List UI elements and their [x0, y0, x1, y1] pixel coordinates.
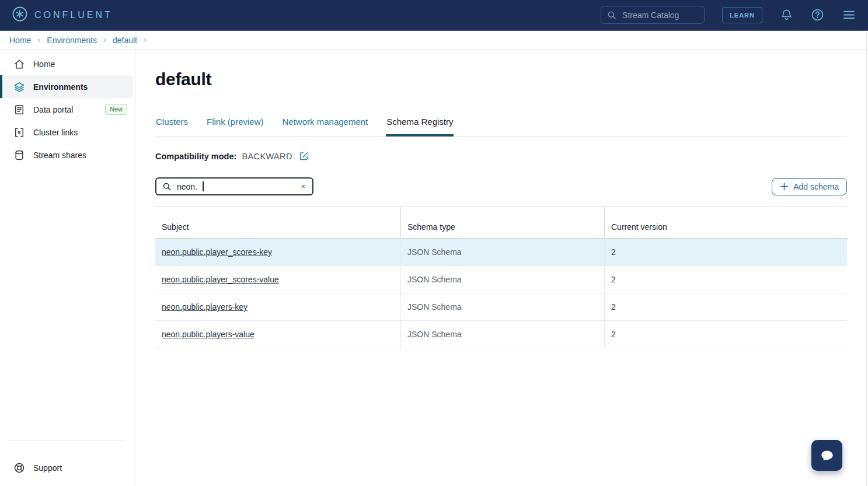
breadcrumb-home[interactable]: Home	[9, 36, 31, 45]
chevron-right-icon: ›	[37, 34, 40, 44]
breadcrumb: Home › Environments › default ›	[0, 31, 868, 50]
sidebar: Home Environments Data portal New	[0, 50, 135, 485]
sidebar-item-environments[interactable]: Environments	[0, 75, 133, 98]
cylinder-icon	[13, 149, 25, 161]
sidebar-item-cluster-links[interactable]: Cluster links	[0, 121, 133, 144]
brand-wordmark: CONFLUENT	[34, 10, 113, 20]
confluent-spark-icon	[12, 6, 28, 25]
chat-bubble-icon	[818, 447, 836, 464]
subject-link[interactable]: neon.public.players-value	[162, 330, 255, 339]
breadcrumb-default[interactable]: default	[113, 36, 137, 45]
compatibility-mode-value: BACKWARD	[242, 152, 292, 161]
help-icon[interactable]	[811, 8, 824, 22]
current-version-cell: 2	[611, 330, 616, 339]
schema-type-cell: JSON Schema	[407, 330, 462, 339]
schemas-table: Subject Schema type Current version neon…	[155, 207, 847, 348]
sidebar-item-label: Home	[33, 60, 55, 69]
new-badge: New	[105, 104, 127, 115]
sidebar-item-home[interactable]: Home	[0, 53, 133, 75]
hamburger-menu-icon[interactable]	[842, 8, 856, 22]
scrollbar-track[interactable]	[866, 31, 867, 486]
subject-link[interactable]: neon.public.player_scores-key	[162, 247, 272, 257]
schema-type-cell: JSON Schema	[407, 247, 462, 257]
document-icon	[13, 104, 25, 116]
tab-clusters[interactable]: Clusters	[155, 117, 189, 137]
chevron-right-icon: ›	[103, 34, 106, 44]
column-header-subject: Subject	[155, 207, 401, 238]
add-schema-button[interactable]: Add schema	[772, 178, 847, 195]
compatibility-mode-row: Compatibility mode: BACKWARD	[155, 151, 847, 161]
cluster-links-icon	[13, 127, 25, 138]
schema-type-cell: JSON Schema	[407, 275, 462, 284]
layers-icon	[13, 81, 25, 93]
schema-search-input[interactable]: neon.	[177, 182, 197, 191]
tab-flink-preview[interactable]: Flink (preview)	[206, 117, 264, 137]
home-icon	[13, 58, 25, 70]
table-row[interactable]: neon.public.player_scores-key JSON Schem…	[155, 239, 847, 266]
sidebar-item-label: Cluster links	[33, 128, 78, 137]
stream-catalog-search[interactable]	[601, 6, 705, 24]
sidebar-divider	[9, 440, 126, 441]
table-row[interactable]: neon.public.player_scores-value JSON Sch…	[155, 266, 847, 293]
main-content: default Clusters Flink (preview) Network…	[135, 50, 868, 485]
confluent-brand[interactable]: CONFLUENT	[12, 6, 113, 25]
table-header-row: Subject Schema type Current version	[155, 207, 847, 239]
add-schema-label: Add schema	[793, 182, 839, 191]
search-icon	[162, 182, 172, 191]
page-title: default	[155, 69, 847, 90]
top-navbar: CONFLUENT LEARN	[0, 0, 868, 31]
edit-icon[interactable]	[299, 151, 309, 161]
column-header-schema-type: Schema type	[401, 207, 605, 238]
topbar-actions: LEARN	[601, 6, 856, 24]
sidebar-item-label: Data portal	[33, 105, 73, 114]
subject-link[interactable]: neon.public.players-key	[162, 302, 247, 312]
learn-button[interactable]: LEARN	[722, 7, 762, 23]
schema-search-box[interactable]: neon. ×	[155, 177, 313, 195]
sidebar-item-label: Support	[33, 463, 62, 473]
chevron-right-icon: ›	[144, 34, 147, 44]
tab-bar: Clusters Flink (preview) Network managem…	[155, 117, 847, 137]
tab-schema-registry[interactable]: Schema Registry	[386, 117, 454, 137]
schema-toolbar: neon. × Add schema	[155, 177, 847, 195]
sidebar-item-label: Stream shares	[33, 151, 86, 160]
tab-network-management[interactable]: Network management	[282, 117, 369, 137]
table-row[interactable]: neon.public.players-key JSON Schema 2	[155, 293, 847, 321]
current-version-cell: 2	[611, 302, 616, 312]
current-version-cell: 2	[611, 275, 616, 284]
bell-icon[interactable]	[780, 8, 793, 22]
search-icon	[607, 11, 616, 20]
stream-catalog-input[interactable]	[621, 10, 698, 20]
column-header-current-version: Current version	[605, 207, 847, 238]
subject-link[interactable]: neon.public.player_scores-value	[162, 275, 279, 284]
plus-icon	[780, 182, 789, 191]
chat-button[interactable]	[811, 440, 842, 471]
compatibility-mode-label: Compatibility mode:	[155, 152, 236, 161]
support-icon	[13, 462, 25, 474]
sidebar-item-support[interactable]: Support	[0, 456, 133, 479]
text-caret	[203, 181, 204, 191]
sidebar-item-label: Environments	[33, 82, 88, 92]
sidebar-item-stream-shares[interactable]: Stream shares	[0, 144, 133, 166]
schema-type-cell: JSON Schema	[407, 302, 462, 312]
clear-search-icon[interactable]: ×	[299, 182, 306, 191]
breadcrumb-environments[interactable]: Environments	[47, 36, 97, 45]
current-version-cell: 2	[611, 247, 616, 257]
sidebar-item-data-portal[interactable]: Data portal New	[0, 98, 133, 121]
table-row[interactable]: neon.public.players-value JSON Schema 2	[155, 321, 847, 348]
